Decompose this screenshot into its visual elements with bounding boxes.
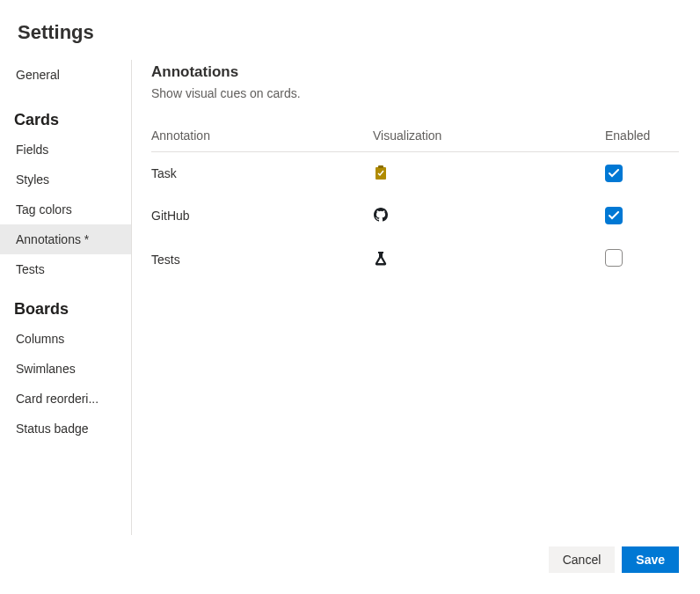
main-panel: Annotations Show visual cues on cards. A…	[132, 60, 700, 535]
sidebar-item-general[interactable]: General	[0, 60, 131, 90]
clipboard-icon	[373, 165, 389, 180]
col-visualization: Visualization	[373, 121, 605, 152]
github-icon	[373, 207, 389, 223]
enabled-checkbox-tests[interactable]	[605, 249, 623, 267]
sidebar-heading-cards: Cards	[0, 90, 131, 135]
table-row-github: GitHub	[151, 194, 679, 237]
sidebar-item-annotations[interactable]: Annotations *	[0, 224, 131, 254]
table-row-task: Task	[151, 152, 679, 195]
sidebar-item-status-badge[interactable]: Status badge	[0, 414, 131, 444]
table-row-tests: Tests	[151, 237, 679, 282]
sidebar-item-styles[interactable]: Styles	[0, 165, 131, 194]
col-annotation: Annotation	[151, 121, 373, 152]
annotation-label: Tests	[151, 237, 373, 282]
col-enabled: Enabled	[605, 121, 679, 152]
svg-rect-1	[378, 165, 383, 168]
sidebar-item-tests[interactable]: Tests	[0, 254, 131, 284]
sidebar-heading-boards: Boards	[0, 284, 131, 324]
annotation-label: Task	[151, 152, 373, 195]
settings-sidebar: General Cards Fields Styles Tag colors A…	[0, 60, 132, 535]
dialog-footer: Cancel Save	[549, 546, 679, 573]
section-title: Annotations	[151, 60, 679, 81]
annotation-label: GitHub	[151, 194, 373, 237]
enabled-checkbox-github[interactable]	[605, 207, 623, 224]
cancel-button[interactable]: Cancel	[549, 546, 616, 573]
sidebar-item-card-reordering[interactable]: Card reorderi...	[0, 384, 131, 414]
section-subtitle: Show visual cues on cards.	[151, 86, 679, 100]
sidebar-item-swimlanes[interactable]: Swimlanes	[0, 354, 131, 384]
sidebar-item-columns[interactable]: Columns	[0, 324, 131, 354]
sidebar-item-fields[interactable]: Fields	[0, 135, 131, 165]
enabled-checkbox-task[interactable]	[605, 165, 623, 182]
beaker-icon	[373, 251, 389, 267]
page-title: Settings	[0, 0, 700, 60]
save-button[interactable]: Save	[622, 546, 679, 573]
annotations-table: Annotation Visualization Enabled Task	[151, 121, 679, 282]
sidebar-item-tag-colors[interactable]: Tag colors	[0, 194, 131, 224]
